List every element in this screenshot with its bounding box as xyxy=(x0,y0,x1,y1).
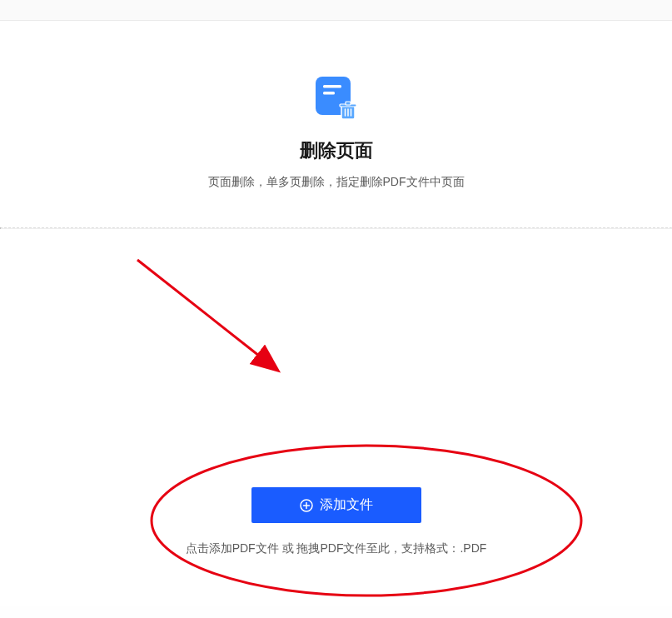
file-drop-zone[interactable]: 添加文件 点击添加PDF文件 或 拖拽PDF文件至此，支持格式：.PDF xyxy=(0,229,672,606)
svg-rect-1 xyxy=(323,85,341,88)
page-subtitle: 页面删除，单多页删除，指定删除PDF文件中页面 xyxy=(0,175,672,190)
add-file-button-label: 添加文件 xyxy=(320,496,373,514)
plus-circle-icon xyxy=(300,499,313,512)
svg-rect-5 xyxy=(346,102,351,105)
svg-rect-2 xyxy=(323,92,335,95)
top-bar xyxy=(0,0,672,21)
page-title: 删除页面 xyxy=(0,138,672,163)
drop-instruction-text: 点击添加PDF文件 或 拖拽PDF文件至此，支持格式：.PDF xyxy=(0,541,672,556)
document-delete-icon xyxy=(312,75,361,123)
header-section: 删除页面 页面删除，单多页删除，指定删除PDF文件中页面 xyxy=(0,21,672,227)
add-file-button[interactable]: 添加文件 xyxy=(251,487,421,523)
